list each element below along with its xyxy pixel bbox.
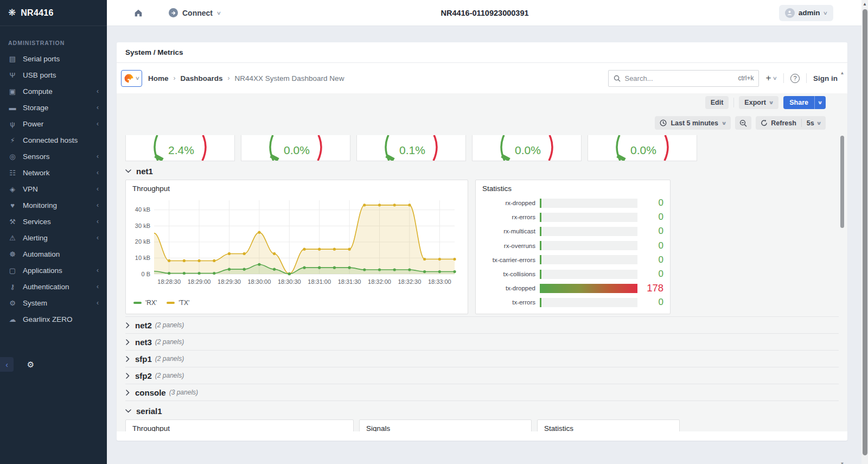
serial1-panel-signals[interactable]: Signals: [359, 419, 532, 431]
chevron-down-icon: ∨: [773, 75, 777, 81]
grafana-logo-icon: [124, 73, 134, 84]
svg-text:40 kB: 40 kB: [135, 206, 150, 213]
sidebar-item-gearlinx-zero[interactable]: ☁Gearlinx ZERO: [0, 311, 107, 327]
scrollbar-thumb[interactable]: [840, 136, 844, 228]
sidebar-section-label: ADMINISTRATION: [0, 26, 107, 50]
sidebar-item-storage[interactable]: ▬Storage‹: [0, 99, 107, 116]
topbar: Connect ∨ NR4416-0110923000391 admin ∨: [107, 0, 863, 26]
svg-text:18:29:30: 18:29:30: [218, 278, 241, 285]
sidebar-item-connected-hosts[interactable]: ⚡Connected hosts: [0, 132, 107, 148]
help-button[interactable]: ?: [790, 74, 800, 83]
share-button[interactable]: Share ∨: [783, 96, 826, 109]
sidebar-item-monitoring[interactable]: ♥Monitoring‹: [0, 197, 107, 213]
chevron-down-icon: ∨: [823, 10, 828, 16]
export-button[interactable]: Export ∨: [739, 96, 778, 109]
app-logo-icon: ❋: [8, 7, 16, 18]
zoom-out-button[interactable]: [735, 116, 751, 130]
scroll-up-icon[interactable]: ▲: [861, 2, 868, 7]
section-header-net3[interactable]: net3(2 panels): [125, 334, 839, 351]
section-header-sfp1[interactable]: sfp1(2 panels): [125, 351, 839, 367]
sidebar-item-vpn[interactable]: ◈VPN‹: [0, 181, 107, 197]
svg-text:18:30:30: 18:30:30: [278, 278, 301, 285]
dashboard-scrollbar[interactable]: ▲ ▼: [840, 71, 845, 464]
sidebar-settings-button[interactable]: ⚙: [24, 357, 37, 372]
grafana-menu-button[interactable]: ∨: [121, 70, 142, 87]
chevron-left-icon: ‹: [97, 201, 99, 209]
svg-text:20 kB: 20 kB: [135, 238, 150, 245]
sidebar-item-label: Applications: [23, 266, 91, 275]
section-header-net1[interactable]: net1: [125, 164, 839, 177]
refresh-interval-picker[interactable]: 5s ∨: [807, 119, 821, 127]
sidebar-collapse-button[interactable]: ‹: [0, 357, 14, 372]
sidebar-item-power[interactable]: ψPower‹: [0, 116, 107, 132]
sidebar-item-sensors[interactable]: ◎Sensors‹: [0, 148, 107, 164]
scroll-down-icon[interactable]: ▼: [840, 461, 845, 464]
gauge-panel-1[interactable]: 2.4%: [125, 135, 235, 161]
sidebar-item-alerting[interactable]: ⚠Alerting‹: [0, 230, 107, 246]
window-scrollbar[interactable]: ▲: [861, 0, 868, 464]
edit-button[interactable]: Edit: [705, 96, 729, 109]
serial1-panel-statistics[interactable]: Statistics: [537, 419, 680, 431]
section-header-serial1[interactable]: serial1: [125, 404, 839, 417]
scroll-up-icon[interactable]: ▲: [840, 71, 845, 75]
sidebar-item-authentication[interactable]: ⚷Authentication‹: [0, 278, 107, 295]
sidebar-item-system[interactable]: ⚙System‹: [0, 295, 107, 311]
time-range-picker[interactable]: Last 5 minutes ∨: [655, 116, 731, 130]
sidebar-item-applications[interactable]: ▢Applications‹: [0, 262, 107, 278]
zoom-out-icon: [739, 119, 747, 127]
chevron-left-icon: ‹: [97, 299, 99, 307]
sign-in-button[interactable]: Sign in: [813, 74, 838, 82]
gauge-panel-2[interactable]: 0.0%: [241, 135, 350, 161]
section-name: sfp1: [135, 354, 152, 364]
add-button[interactable]: +∨: [765, 73, 777, 84]
section-header-net2[interactable]: net2(2 panels): [125, 317, 839, 334]
section-header-sfp2[interactable]: sfp2(2 panels): [125, 367, 839, 384]
stat-row-tx-errors: tx-errors0: [482, 295, 663, 309]
legend-item--tx-[interactable]: 'TX': [167, 299, 189, 307]
sidebar-item-serial-ports[interactable]: ▤Serial ports: [0, 50, 107, 67]
section-header-console[interactable]: console(3 panels): [125, 384, 839, 401]
connect-menu[interactable]: Connect ∨: [169, 8, 221, 17]
robot-icon: ☸: [8, 250, 17, 258]
divider: [801, 119, 802, 127]
clock-icon: [660, 119, 667, 126]
svg-text:18:28:30: 18:28:30: [157, 278, 181, 285]
chevron-left-icon: ‹: [97, 120, 99, 128]
gauge-panel-4[interactable]: 0.0%: [472, 135, 582, 161]
app-logo[interactable]: ❋ NR4416: [0, 0, 107, 26]
sidebar-item-services[interactable]: ⚒Services‹: [0, 213, 107, 230]
gauge-value: 0.0%: [284, 144, 310, 156]
sidebar-item-automation[interactable]: ☸Automation: [0, 246, 107, 262]
legend-item--rx-[interactable]: 'RX': [133, 299, 157, 307]
gauge-panel-3[interactable]: 0.1%: [356, 135, 466, 161]
sidebar-item-network[interactable]: ☷Network‹: [0, 164, 107, 181]
panel-title: Throughput: [126, 420, 353, 431]
gauge-chart: 2.4%: [150, 135, 210, 161]
user-menu[interactable]: admin ∨: [779, 5, 833, 21]
gauge-panel-5[interactable]: 0.0%: [588, 135, 697, 161]
stat-bar: [540, 270, 637, 279]
home-icon: [133, 8, 143, 18]
sidebar-item-compute[interactable]: ▣Compute‹: [0, 83, 107, 99]
sidebar-item-usb-ports[interactable]: ΨUSB ports: [0, 67, 107, 83]
sidebar: ❋ NR4416 ADMINISTRATION ▤Serial portsΨUS…: [0, 0, 107, 464]
breadcrumb-item-home[interactable]: Home: [148, 74, 169, 82]
statistics-panel[interactable]: Statistics rx-dropped0rx-errors0rx-multi…: [475, 180, 671, 314]
search-box[interactable]: ctrl+k: [608, 70, 759, 87]
sidebar-item-label: Authentication: [23, 283, 91, 291]
scrollbar-thumb[interactable]: [863, 9, 867, 455]
chevron-right-icon: [125, 390, 130, 396]
legend-swatch: [167, 302, 175, 304]
net1-panels: Throughput 0 B10 kB20 kB30 kB40 kB18:28:…: [125, 180, 839, 314]
chevron-left-icon: ‹: [97, 283, 99, 290]
share-options-button[interactable]: ∨: [814, 96, 826, 109]
stat-label: rx-errors: [482, 214, 540, 220]
stat-label: tx-collisions: [482, 271, 540, 277]
search-input[interactable]: [624, 74, 734, 82]
breadcrumb-item-dashboards[interactable]: Dashboards: [181, 74, 223, 82]
throughput-panel[interactable]: Throughput 0 B10 kB20 kB30 kB40 kB18:28:…: [125, 180, 468, 314]
home-button[interactable]: [133, 8, 143, 18]
serial1-panel-throughput[interactable]: Throughput: [125, 419, 354, 431]
refresh-button[interactable]: Refresh: [761, 119, 796, 127]
stat-bar: [540, 255, 637, 264]
